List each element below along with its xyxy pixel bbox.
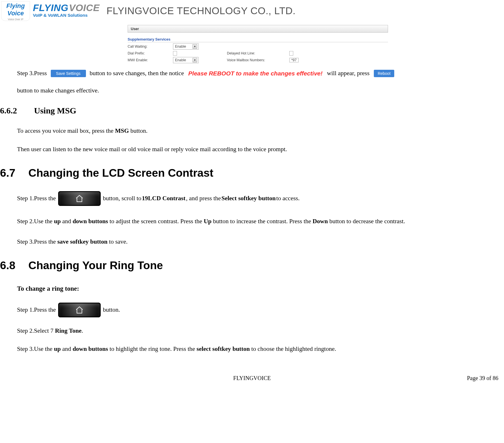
s662-p1: To access you voice mail box, press the … [17, 126, 503, 136]
label-voice-mailbox: Voice Mailbox Numbers: [227, 58, 289, 62]
heading-6-8-num: 6.8 [0, 257, 28, 274]
select-call-waiting-value: Enable [175, 45, 186, 48]
brand-word-1: FLYING [33, 2, 68, 13]
s67-step1: Step 1.Press the button, scroll to 19LCD… [17, 191, 503, 206]
s68-step1: Step 1.Press the button. [17, 303, 503, 317]
brand-subtitle: VoIP & VoWLAN Solutions [33, 13, 100, 18]
s68-step3b: up [54, 345, 61, 352]
heading-6-6-2: 6.6.2Using MSG [0, 104, 504, 117]
s67-step3: Step 3.Press the save softkey button to … [17, 237, 503, 246]
s68-step3d: down buttons [73, 345, 108, 352]
chevron-down-icon: ▼ [193, 44, 197, 49]
save-settings-button[interactable]: Save Settings [51, 70, 86, 77]
home-icon [75, 194, 84, 203]
input-voice-mailbox[interactable]: *97 [289, 58, 299, 62]
chevron-down-icon: ▼ [193, 58, 197, 62]
heading-6-6-2-num: 6.6.2 [0, 104, 34, 117]
company-name: FLYINGVOICE TECHNOLOGY CO., LTD. [102, 1, 296, 16]
s67-step2g: button to increase the contrast. Press t… [212, 218, 313, 225]
s662-p1c: button. [129, 127, 147, 134]
s68-step1a: Step 1.Press the [17, 305, 56, 315]
document-header: Flying Voice Voice Over IP FLYING VOICE … [0, 0, 504, 21]
s67-step2i: button to decrease the contrast. [328, 218, 405, 225]
s68-step2c: . [82, 327, 83, 334]
logo-sub: Voice Over IP [8, 18, 23, 21]
label-mwi-enable: MWI Enable: [128, 58, 173, 62]
s662-p1a: To access you voice mail box, press the [17, 127, 115, 134]
heading-6-7-num: 6.7 [0, 164, 28, 182]
heading-6-7-title: Changing the LCD Screen Contrast [28, 167, 213, 179]
reboot-button[interactable]: Reboot [374, 70, 394, 77]
label-call-waiting: Call Waiting: [128, 45, 173, 48]
heading-6-8-title: Changing Your Ring Tone [28, 259, 163, 271]
s67-step1f: to access. [276, 193, 300, 203]
home-button-icon [58, 191, 101, 206]
heading-6-6-2-title: Using MSG [34, 106, 76, 115]
s67-step2d: down buttons [73, 218, 108, 225]
s67-step2h: Down [313, 218, 328, 225]
embedded-ui-panel: User Supplementary Services Call Waiting… [128, 25, 388, 63]
logo-line2: Voice [7, 10, 24, 17]
s68-step3: Step 3.Use the up and down buttons to hi… [17, 344, 503, 354]
reboot-notice: Please REBOOT to make the changes effect… [188, 70, 322, 77]
s68-step3e: to highlight the ring tone. Press the [108, 345, 197, 352]
page-footer: FLYINGVOICE Page 39 of 86 [0, 362, 504, 383]
s67-step2f: Up [204, 218, 211, 225]
step3-text-d: button to make changes effective. [17, 86, 503, 95]
select-mwi-enable[interactable]: Enable ▼ [173, 57, 199, 63]
ui-tab-user[interactable]: User [128, 25, 388, 33]
ui-section-title: Supplementary Services [128, 33, 388, 42]
step3-save-reboot-line: Step 3.Press Save Settings button to sav… [17, 67, 503, 79]
s68-step2: Step 2.Select 7 Ring Tone. [17, 326, 503, 336]
s68-step2b: Ring Tone [55, 327, 82, 334]
input-dial-prefix[interactable] [173, 51, 177, 56]
footer-page-number: Page 39 of 86 [467, 374, 498, 383]
s67-step1e: Select softkey button [222, 193, 276, 203]
s67-step1a: Step 1.Press the [17, 193, 56, 203]
home-icon [75, 306, 84, 314]
s662-p1b: MSG [115, 127, 129, 134]
s68-step3g: to choose the highlighted ringtone. [250, 345, 336, 352]
s68-step3c: and [61, 345, 73, 352]
s662-p2: Then user can listen to the new voice ma… [17, 144, 503, 154]
input-delayed-hotline[interactable] [289, 51, 293, 56]
home-button-icon [58, 303, 101, 317]
s68-step3f: select softkey button [197, 345, 250, 352]
s67-step1b: button, scroll to [103, 193, 142, 203]
select-call-waiting[interactable]: Enable ▼ [173, 43, 199, 50]
step3-text-a: Step 3.Press [17, 67, 48, 79]
s68-step2a: Step 2.Select 7 [17, 327, 55, 334]
step3-text-b: button to save changes, then the notice [88, 67, 185, 79]
s67-step3c: to save. [107, 238, 128, 245]
s67-step2a: Step 2.Use the [17, 218, 54, 225]
select-mwi-enable-value: Enable [175, 58, 186, 62]
logo-line1: Flying [7, 2, 25, 10]
label-dial-prefix: Dial Prefix: [128, 51, 173, 55]
s67-step1d: , and press the [186, 193, 221, 203]
brand-word-2: VOICE [69, 2, 100, 13]
s67-step3a: Step 3.Press the [17, 238, 57, 245]
s67-step2c: and [61, 218, 73, 225]
s68-step3a: Step 3.Use the [17, 345, 54, 352]
s67-step2: Step 2.Use the up and down buttons to ad… [17, 214, 503, 228]
label-delayed-hotline: Delayed Hot Line: [227, 51, 289, 55]
heading-6-7: 6.7Changing the LCD Screen Contrast [0, 164, 504, 182]
heading-6-8: 6.8Changing Your Ring Tone [0, 257, 504, 274]
s67-step1c: 19LCD Contrast [142, 193, 185, 203]
s68-subheading: To change a ring tone: [17, 284, 503, 294]
logo-badge: Flying Voice Voice Over IP [1, 1, 30, 21]
step3-text-c: will appear, press [325, 67, 371, 79]
s67-step2e: to adjust the screen contrast. Press the [108, 218, 204, 225]
s67-step3b: save softkey button [57, 238, 107, 245]
footer-center: FLYINGVOICE [0, 374, 504, 383]
s68-step1b: button. [103, 305, 120, 315]
brand-block: FLYING VOICE VoIP & VoWLAN Solutions [33, 1, 100, 18]
s67-step2b: up [54, 218, 61, 225]
